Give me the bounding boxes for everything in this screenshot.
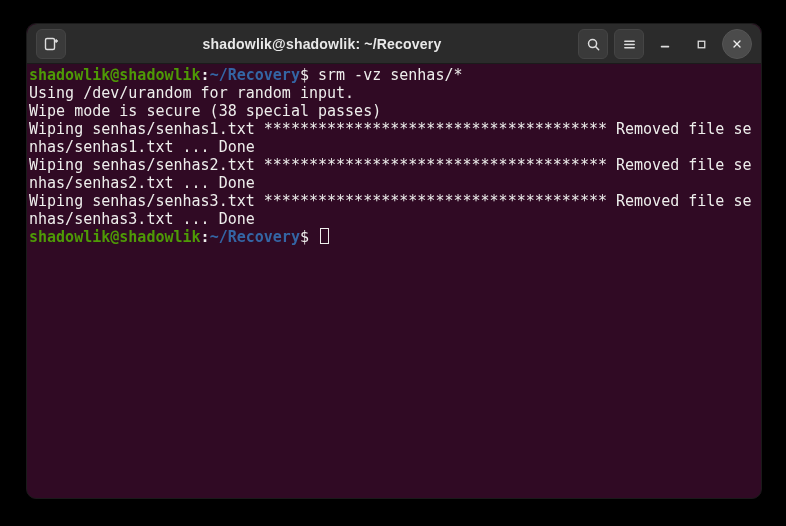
search-icon bbox=[586, 37, 601, 52]
hamburger-menu-icon bbox=[622, 37, 637, 52]
prompt-path: ~/Recovery bbox=[210, 66, 300, 84]
terminal-body[interactable]: shadowlik@shadowlik:~/Recovery$ srm -vz … bbox=[27, 64, 761, 498]
terminal-output-line: Using /dev/urandom for random input. bbox=[29, 84, 759, 102]
new-tab-button[interactable] bbox=[36, 29, 66, 59]
prompt-dollar: $ bbox=[300, 228, 309, 246]
terminal-output-line: Wiping senhas/senhas2.txt **************… bbox=[29, 156, 759, 192]
close-button[interactable] bbox=[722, 29, 752, 59]
window-title: shadowlik@shadowlik: ~/Recovery bbox=[69, 36, 575, 52]
prompt-user-host: shadowlik@shadowlik bbox=[29, 228, 201, 246]
command-text: srm -vz senhas/* bbox=[318, 66, 463, 84]
terminal-output-line: Wipe mode is secure (38 special passes) bbox=[29, 102, 759, 120]
prompt-user-host: shadowlik@shadowlik bbox=[29, 66, 201, 84]
terminal-window: shadowlik@shadowlik: ~/Recovery bbox=[26, 23, 762, 499]
cursor bbox=[320, 228, 329, 244]
minimize-icon bbox=[658, 37, 672, 51]
prompt-dollar: $ bbox=[300, 66, 309, 84]
prompt-path: ~/Recovery bbox=[210, 228, 300, 246]
menu-button[interactable] bbox=[614, 29, 644, 59]
close-icon bbox=[731, 38, 743, 50]
prompt-line-1: shadowlik@shadowlik:~/Recovery$ srm -vz … bbox=[29, 66, 759, 84]
prompt-colon: : bbox=[201, 228, 210, 246]
minimize-button[interactable] bbox=[650, 29, 680, 59]
search-button[interactable] bbox=[578, 29, 608, 59]
svg-rect-9 bbox=[698, 41, 705, 48]
terminal-output-line: Wiping senhas/senhas1.txt **************… bbox=[29, 120, 759, 156]
prompt-line-2: shadowlik@shadowlik:~/Recovery$ bbox=[29, 228, 759, 246]
new-tab-icon bbox=[43, 36, 59, 52]
terminal-output-line: Wiping senhas/senhas3.txt **************… bbox=[29, 192, 759, 228]
svg-line-4 bbox=[595, 46, 598, 49]
titlebar: shadowlik@shadowlik: ~/Recovery bbox=[27, 24, 761, 64]
maximize-icon bbox=[695, 38, 708, 51]
maximize-button[interactable] bbox=[686, 29, 716, 59]
prompt-colon: : bbox=[201, 66, 210, 84]
svg-rect-0 bbox=[46, 39, 55, 50]
